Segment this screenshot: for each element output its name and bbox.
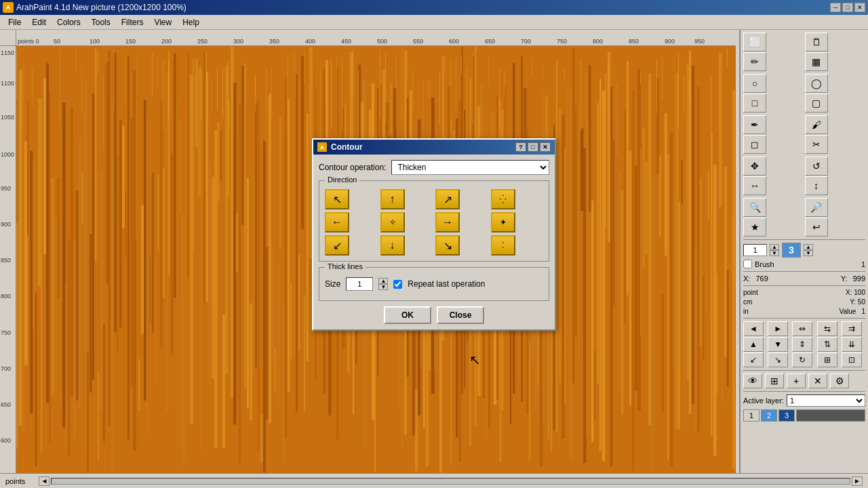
dir-se-button[interactable]: ↘: [435, 235, 460, 256]
nav-h-stretch[interactable]: ⇆: [817, 321, 837, 336]
menu-help[interactable]: Help: [177, 16, 205, 28]
layer-2[interactable]: 2: [761, 409, 777, 422]
dir-s-button[interactable]: ↓: [380, 235, 405, 256]
layer-add-btn[interactable]: +: [787, 373, 806, 388]
dir-center-button[interactable]: ✧: [380, 212, 405, 232]
menu-colors[interactable]: Colors: [52, 16, 86, 28]
repeat-label: Repeat last operation: [408, 279, 485, 289]
nav-extra2[interactable]: ⇊: [842, 337, 862, 352]
close-button[interactable]: ✕: [854, 3, 865, 12]
nav-right[interactable]: ►: [768, 321, 788, 336]
dir-e-button[interactable]: →: [435, 212, 460, 232]
dir-nw-button[interactable]: ↖: [325, 189, 349, 209]
zoom-in-tool[interactable]: 🔍: [743, 198, 766, 217]
nav-up[interactable]: ▲: [743, 337, 764, 352]
dir-spread4-button[interactable]: ⁛: [491, 189, 515, 209]
nav-mirror[interactable]: ⊞: [817, 352, 837, 367]
layer-stack-btn[interactable]: ⊞: [765, 373, 784, 388]
lasso-tool[interactable]: 🗒: [805, 33, 828, 52]
rotate-tool[interactable]: ↺: [805, 157, 828, 176]
nav-extra1[interactable]: ⇉: [842, 321, 862, 336]
layer-1[interactable]: 1: [743, 409, 760, 422]
nav-h-flip[interactable]: ⇔: [792, 321, 812, 336]
nav-diag1[interactable]: ↙: [743, 352, 764, 367]
nav-rotate[interactable]: ↻: [792, 352, 812, 367]
brush-size-up[interactable]: ▲: [770, 244, 779, 250]
nav-down[interactable]: ▼: [768, 337, 788, 352]
dir-ne-button[interactable]: ↗: [435, 189, 460, 209]
dialog-maximize-button[interactable]: □: [528, 142, 538, 152]
flip-v-tool[interactable]: ↕: [805, 176, 828, 195]
maximize-button[interactable]: □: [842, 3, 853, 12]
smudge-tool[interactable]: 🖌: [805, 115, 828, 134]
ruler-tick: 650: [485, 38, 495, 45]
dir-sw-button[interactable]: ↙: [325, 235, 349, 256]
scroll-left-btn[interactable]: ◄: [39, 476, 50, 486]
dir-dots-button[interactable]: ⁚: [491, 235, 515, 256]
ruler-tick: 550: [413, 38, 423, 45]
ruler-vertical: 1150 1100 1050 1000 950 900 850 800 750 …: [0, 46, 16, 473]
scroll-right-btn[interactable]: ►: [852, 476, 863, 486]
contour-operation-select[interactable]: Thicken Thin Outline Smooth: [391, 160, 549, 175]
color-swatch[interactable]: 3: [782, 243, 801, 258]
horizontal-scrollbar[interactable]: [51, 478, 850, 485]
nav-v-flip[interactable]: ⇕: [792, 337, 812, 352]
layer-settings-btn[interactable]: ⚙: [830, 373, 849, 388]
extra-tool1[interactable]: ★: [743, 218, 766, 237]
minimize-button[interactable]: ─: [830, 3, 841, 12]
select-rect-tool[interactable]: ⬜: [743, 33, 766, 52]
layer-view-btn[interactable]: 👁: [743, 373, 762, 388]
brush-checkbox[interactable]: [743, 260, 752, 268]
eraser-tool[interactable]: ◻: [743, 135, 766, 154]
layer-3[interactable]: 3: [778, 409, 795, 422]
ruler-tick: 200: [161, 38, 172, 45]
frame-tool[interactable]: ▢: [805, 94, 828, 113]
ruler-tick: 100: [90, 38, 100, 45]
menu-filters[interactable]: Filters: [116, 16, 149, 28]
color-up[interactable]: ▲: [804, 244, 813, 250]
in-label: in: [743, 308, 749, 315]
undo-tool[interactable]: ↩: [805, 218, 828, 237]
layer-del-btn[interactable]: ✕: [808, 373, 827, 388]
menu-edit[interactable]: Edit: [26, 16, 52, 28]
flip-h-tool[interactable]: ↔: [743, 176, 766, 195]
dir-spread8-button[interactable]: ✦: [491, 212, 515, 232]
nav-left[interactable]: ◄: [743, 321, 764, 336]
thick-lines-title: Thick lines: [325, 262, 366, 270]
active-layer-dropdown[interactable]: 1: [787, 394, 865, 407]
ruler-tick: 700: [521, 38, 531, 45]
size-up-btn[interactable]: ▲: [378, 278, 388, 284]
close-button[interactable]: Close: [437, 306, 484, 324]
ruler-tick: 950: [1, 185, 11, 192]
tool-grid-transform: ✥ ↺ ↔ ↕: [743, 157, 865, 195]
dialog-help-button[interactable]: ?: [515, 142, 526, 152]
dialog-close-button[interactable]: ✕: [540, 142, 551, 152]
menu-view[interactable]: View: [149, 16, 177, 28]
ruler-tick: 750: [557, 38, 567, 45]
color-down[interactable]: ▼: [804, 250, 813, 256]
move-tool[interactable]: ✥: [743, 157, 766, 176]
fill-tool[interactable]: ▦: [805, 52, 828, 71]
size-input[interactable]: [346, 277, 373, 291]
brush-size-down[interactable]: ▼: [770, 250, 779, 256]
repeat-checkbox[interactable]: [393, 280, 402, 289]
nav-diag2[interactable]: ↘: [768, 352, 788, 367]
dir-w-button[interactable]: ←: [325, 212, 349, 232]
ruler-tick: 50: [54, 38, 60, 45]
rect-tool[interactable]: □: [743, 94, 766, 113]
status-points: points: [5, 477, 25, 485]
oval-tool[interactable]: ◯: [805, 74, 828, 93]
menu-file[interactable]: File: [3, 16, 26, 28]
ellipse-tool[interactable]: ○: [743, 74, 766, 93]
size-down-btn[interactable]: ▼: [378, 284, 388, 290]
scissors-tool[interactable]: ✂: [805, 135, 828, 154]
pencil-tool[interactable]: ✏: [743, 52, 766, 71]
dir-n-button[interactable]: ↑: [380, 189, 405, 209]
zoom-out-tool[interactable]: 🔎: [805, 198, 828, 217]
ok-button[interactable]: OK: [384, 306, 431, 324]
eye-dropper[interactable]: ✒: [743, 115, 766, 134]
brush-size-input[interactable]: [743, 244, 767, 256]
nav-extra3[interactable]: ⊡: [842, 352, 862, 367]
nav-v-stretch[interactable]: ⇅: [817, 337, 837, 352]
menu-tools[interactable]: Tools: [86, 16, 116, 28]
